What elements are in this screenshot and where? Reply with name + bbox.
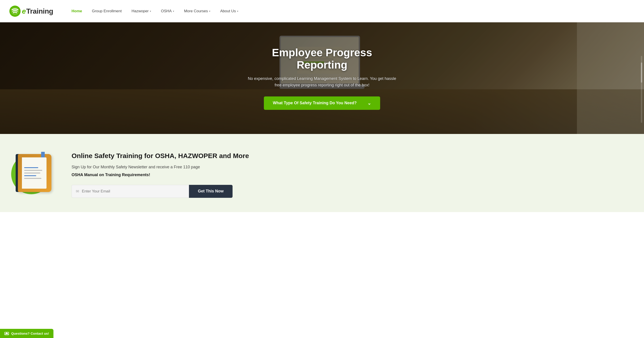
hero-scrollbar-thumb [641,62,642,83]
svg-point-1 [11,7,19,15]
nav-item-group-enrollment[interactable]: Group Enrollment [87,6,126,16]
email-icon: ✉ [76,189,79,194]
logo-icon [9,5,21,17]
illustration-area [9,147,58,192]
main-nav: Home Group Enrollment Hazwoper ▾ OSHA ▾ … [67,6,635,16]
hero-title: Employee Progress Reporting [246,46,398,71]
email-signup-row: ✉ Get This Now [72,185,232,198]
email-input-wrapper: ✉ [72,185,189,198]
page-line-3 [24,172,40,173]
nav-item-hazwoper[interactable]: Hazwoper ▾ [126,6,156,16]
about-us-chevron-icon: ▾ [237,10,238,13]
dropdown-button-label: What Type Of Safety Training Do You Need… [273,101,357,105]
lower-subtitle-line2: OSHA Manual on Training Requirements! [72,172,635,178]
nav-item-home[interactable]: Home [67,6,87,16]
lower-title: Online Safety Training for OSHA, HAZWOPE… [72,152,635,160]
osha-chevron-icon: ▾ [173,10,174,13]
hazwoper-chevron-icon: ▾ [150,10,151,13]
lower-subtitle-line1: Sign Up for Our Monthly Safety Newslette… [72,164,635,170]
logo[interactable]: eTraining [9,5,53,17]
nav-item-more-courses[interactable]: More Courses ▾ [179,6,215,16]
nav-item-about-us[interactable]: About Us ▾ [215,6,243,16]
hero-scrollbar [641,56,642,123]
nav-item-osha[interactable]: OSHA ▾ [156,6,179,16]
get-this-now-button[interactable]: Get This Now [189,185,232,198]
lower-content: Online Safety Training for OSHA, HAZWOPE… [72,147,635,198]
lower-section: Online Safety Training for OSHA, HAZWOPE… [0,134,644,212]
hero-section: Employee Progress Reporting No expensive… [0,22,644,134]
dropdown-chevron-icon: ⌄ [368,100,371,106]
page-line-1 [24,167,38,168]
notebook-illustration [16,152,52,192]
page-line-5 [24,178,41,179]
notebook-pages [22,157,46,189]
more-courses-chevron-icon: ▾ [209,10,210,13]
header: eTraining Home Group Enrollment Hazwoper… [0,0,644,22]
page-line-4 [24,175,36,176]
hero-content: Employee Progress Reporting No expensive… [242,46,402,110]
training-type-dropdown-button[interactable]: What Type Of Safety Training Do You Need… [264,96,380,110]
page-line-2 [24,170,42,171]
email-input[interactable] [82,185,185,197]
logo-text: eTraining [22,7,53,15]
hero-subtitle: No expensive, complicated Learning Manag… [246,75,398,88]
